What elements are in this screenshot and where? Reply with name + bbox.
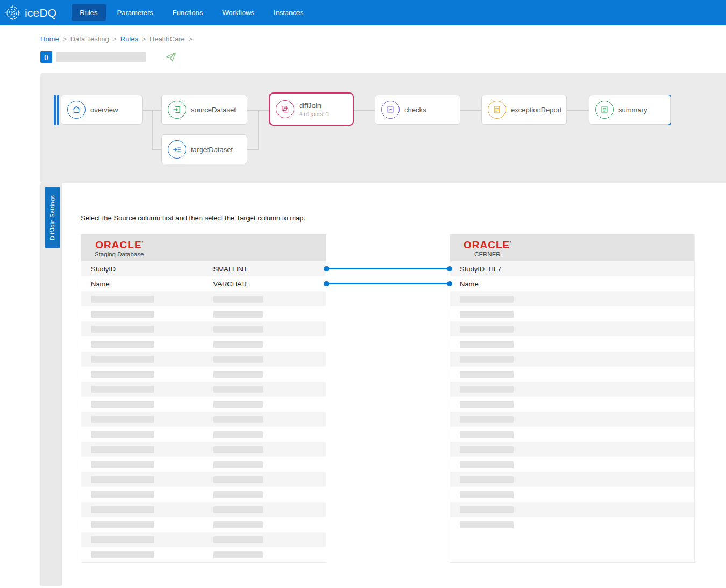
skeleton-bar <box>460 311 514 318</box>
nav-workflows[interactable]: Workflows <box>214 4 262 21</box>
node-target-dataset[interactable]: targetDataset <box>161 134 247 164</box>
skeleton-cell <box>450 311 572 318</box>
skeleton-cell <box>81 386 204 393</box>
skeleton-cell <box>204 386 326 393</box>
skeleton-bar <box>91 326 154 333</box>
skeleton-cell <box>204 551 326 558</box>
oracle-logo: ORACLE’ <box>464 238 511 250</box>
column-name-cell: Name <box>450 280 572 288</box>
tab-diffjoin-settings[interactable]: DiffJoin Settings <box>45 187 60 248</box>
skeleton-bar <box>91 476 154 483</box>
skeleton-bar <box>213 386 263 393</box>
breadcrumb-healthcare: HealthCare <box>150 35 185 43</box>
table-row-skeleton <box>450 397 694 412</box>
skeleton-bar <box>213 401 263 408</box>
table-row-skeleton <box>81 336 326 352</box>
breadcrumb-separator: > <box>189 35 193 43</box>
skeleton-bar <box>91 536 154 543</box>
skeleton-bar <box>91 296 154 303</box>
skeleton-cell <box>81 356 204 363</box>
skeleton-bar <box>91 506 154 513</box>
skeleton-cell <box>450 416 572 423</box>
nav-rules[interactable]: Rules <box>72 4 105 21</box>
breadcrumb-home[interactable]: Home <box>40 35 59 43</box>
skeleton-cell <box>450 296 572 303</box>
table-row-skeleton <box>81 502 326 517</box>
node-exception-report[interactable]: exceptionReport <box>481 95 567 125</box>
main-nav: Rules Parameters Functions Workflows Ins… <box>72 4 311 21</box>
nav-instances[interactable]: Instances <box>266 4 312 21</box>
nav-functions[interactable]: Functions <box>165 4 211 21</box>
skeleton-bar <box>91 461 154 468</box>
breadcrumb-separator: > <box>142 35 146 43</box>
skeleton-cell <box>204 326 326 333</box>
table-row-skeleton <box>450 427 694 442</box>
table-row-skeleton <box>450 487 694 502</box>
source-table: ORACLE’ Staging Database StudyIDSMALLINT… <box>81 234 326 563</box>
skeleton-cell <box>450 506 572 513</box>
skeleton-bar <box>213 371 263 378</box>
skeleton-cell <box>81 341 204 348</box>
node-sublabel: # of joins: 1 <box>299 111 329 117</box>
column-type-cell: SMALLINT <box>204 265 326 273</box>
table-row-skeleton <box>81 397 326 412</box>
node-summary[interactable]: summary <box>589 95 671 125</box>
table-row-skeleton <box>81 472 326 487</box>
table-row[interactable]: Name <box>450 276 694 291</box>
skeleton-cell <box>450 461 572 468</box>
skeleton-bar <box>460 416 514 423</box>
skeleton-bar <box>91 371 154 378</box>
skeleton-bar <box>91 311 154 318</box>
home-icon <box>67 101 86 119</box>
skeleton-cell <box>204 416 326 423</box>
column-type-cell: VARCHAR <box>204 280 326 288</box>
node-overview[interactable]: overview <box>61 95 143 125</box>
node-label: sourceDataset <box>191 106 236 114</box>
nav-parameters[interactable]: Parameters <box>109 4 161 21</box>
node-source-dataset[interactable]: sourceDataset <box>161 95 247 125</box>
column-name-cell: StudyID_HL7 <box>450 265 572 273</box>
skeleton-bar <box>460 356 514 363</box>
target-table-body: StudyID_HL7Name <box>450 261 694 532</box>
node-checks[interactable]: checks <box>375 95 460 125</box>
skeleton-cell <box>81 536 204 543</box>
skeleton-cell <box>450 446 572 453</box>
paper-plane-icon[interactable] <box>165 51 177 63</box>
table-row-skeleton <box>450 472 694 487</box>
table-row-skeleton <box>450 517 694 532</box>
skeleton-cell <box>204 476 326 483</box>
rule-header: () <box>40 51 726 63</box>
table-row-skeleton <box>81 321 326 336</box>
skeleton-cell <box>204 371 326 378</box>
node-diff-join[interactable]: diffJoin # of joins: 1 <box>269 92 354 126</box>
breadcrumb-separator: > <box>113 35 117 43</box>
table-row-skeleton <box>450 502 694 517</box>
breadcrumb-rules[interactable]: Rules <box>120 35 138 43</box>
skeleton-bar <box>213 416 263 423</box>
breadcrumb-data-testing: Data Testing <box>70 35 109 43</box>
skeleton-bar <box>91 356 154 363</box>
workflow-connector <box>460 110 481 111</box>
brand[interactable]: iceDQ <box>0 3 56 23</box>
target-table-header: ORACLE’ CERNER <box>450 234 694 261</box>
skeleton-bar <box>213 326 263 333</box>
breadcrumb-separator: > <box>63 35 67 43</box>
mapping-tables: ORACLE’ Staging Database StudyIDSMALLINT… <box>81 234 695 563</box>
workflow-connector <box>152 110 153 150</box>
table-row-skeleton <box>450 367 694 382</box>
mapping-line-name[interactable] <box>326 283 450 284</box>
skeleton-cell <box>81 446 204 453</box>
table-row[interactable]: StudyID_HL7 <box>450 261 694 276</box>
skeleton-bar <box>91 416 154 423</box>
table-row[interactable]: StudyIDSMALLINT <box>81 261 326 276</box>
skeleton-cell <box>81 461 204 468</box>
table-row-skeleton <box>81 457 326 472</box>
rule-name-input[interactable] <box>56 52 146 62</box>
mapping-line-studyid[interactable] <box>326 268 450 269</box>
table-row[interactable]: NameVARCHAR <box>81 276 326 291</box>
breadcrumb: Home > Data Testing > Rules > HealthCare… <box>0 25 726 43</box>
workflow-connector <box>567 110 589 111</box>
skeleton-cell <box>81 296 204 303</box>
settings-body: DiffJoin Settings Select the Source colu… <box>0 183 726 586</box>
skeleton-bar <box>91 401 154 408</box>
